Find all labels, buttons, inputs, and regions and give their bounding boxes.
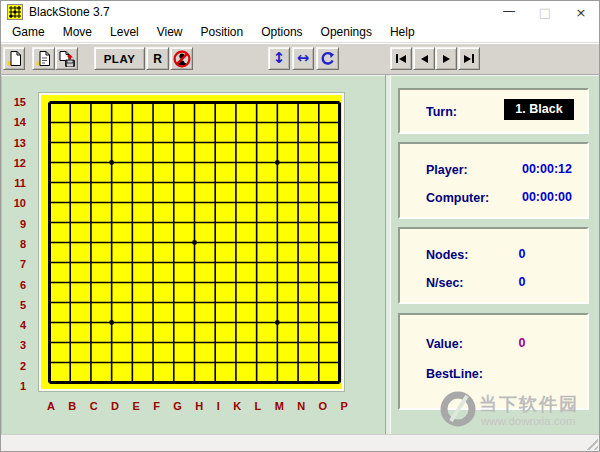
row-label: 5: [1, 299, 26, 312]
menu-item[interactable]: Game: [3, 23, 54, 42]
row-label: 14: [1, 116, 26, 129]
row-label: 3: [1, 339, 26, 352]
player-time-label: Player:: [426, 163, 468, 177]
minimize-button[interactable]: —: [491, 1, 527, 23]
last-move-icon: [464, 54, 474, 63]
status-bar: [1, 434, 599, 451]
value-label: Value:: [426, 337, 463, 351]
bestline-label: BestLine:: [426, 367, 483, 381]
new-game-icon: [6, 50, 23, 67]
row-label: 15: [1, 96, 26, 109]
col-label: L: [254, 400, 261, 412]
col-label: I: [217, 400, 220, 412]
menu-bar: GameMoveLevelViewPositionOptionsOpenings…: [1, 23, 599, 43]
r-button[interactable]: R: [146, 47, 169, 70]
play-button[interactable]: PLAY: [94, 47, 145, 70]
col-label: B: [68, 400, 76, 412]
menu-item[interactable]: Help: [381, 23, 424, 42]
menu-item[interactable]: Move: [54, 23, 101, 42]
edit-position-button[interactable]: [32, 47, 55, 70]
flip-horizontal-icon: ↔: [297, 51, 310, 66]
row-label: 13: [1, 137, 26, 150]
window-title: BlackStone 3.7: [29, 1, 110, 23]
row-label: 9: [1, 218, 26, 231]
turn-value: 1. Black: [504, 99, 574, 120]
watermark-logo: [439, 390, 477, 428]
window-controls: — □ ×: [491, 1, 599, 23]
flip-vertical-icon: ↕: [273, 51, 286, 66]
no-move-button[interactable]: [170, 47, 193, 70]
first-move-icon: [396, 54, 406, 63]
col-label: N: [297, 400, 305, 412]
col-label: A: [47, 400, 55, 412]
titlebar[interactable]: BlackStone 3.7 — □ ×: [1, 1, 599, 23]
first-move-button[interactable]: [390, 47, 412, 70]
board-frame: [39, 93, 344, 391]
nodes-label: Nodes:: [426, 248, 468, 262]
panel-divider: [385, 75, 391, 434]
nodes-value: 0: [506, 246, 538, 262]
board-col-labels: ABCDEFGHIKLMNOP: [47, 400, 348, 412]
col-label: K: [233, 400, 241, 412]
rotate-board-icon: [320, 51, 335, 66]
col-label: F: [153, 400, 160, 412]
next-move-icon: [443, 55, 450, 63]
flip-horizontal-button[interactable]: ↔: [292, 47, 314, 70]
save-position-button[interactable]: [55, 47, 78, 70]
game-board[interactable]: [48, 101, 341, 384]
row-label: 2: [1, 360, 26, 373]
turn-label: Turn:: [426, 105, 457, 119]
row-label: 4: [1, 319, 26, 332]
menu-item[interactable]: Openings: [312, 23, 381, 42]
last-move-button[interactable]: [458, 47, 480, 70]
turn-box: Turn: 1. Black: [398, 88, 589, 134]
r-button-label: R: [153, 52, 162, 66]
row-label: 7: [1, 258, 26, 271]
edit-position-icon: [35, 50, 52, 67]
menu-item[interactable]: Position: [192, 23, 253, 42]
client-area: 151413121110987654321 ABCDEFGHIKLMNOP Tu…: [1, 75, 599, 434]
col-label: O: [319, 400, 328, 412]
prev-move-icon: [421, 55, 428, 63]
computer-time-label: Computer:: [426, 191, 489, 205]
menu-item[interactable]: Level: [101, 23, 148, 42]
watermark-site-url: www.downxia.com: [481, 415, 576, 427]
resize-grip[interactable]: [584, 436, 598, 450]
toolbar: PLAY R ↕ ↔: [1, 44, 599, 75]
col-label: C: [90, 400, 98, 412]
value-value: 0: [506, 335, 538, 351]
new-game-button[interactable]: [3, 47, 25, 70]
menu-item[interactable]: Options: [252, 23, 311, 42]
rotate-board-button[interactable]: [316, 47, 339, 70]
prev-move-button[interactable]: [413, 47, 435, 70]
row-label: 10: [1, 197, 26, 210]
maximize-button[interactable]: □: [527, 1, 563, 23]
computer-time-value: 00:00:00: [500, 189, 572, 205]
col-label: H: [195, 400, 203, 412]
row-label: 1: [1, 380, 26, 393]
nsec-value: 0: [506, 274, 538, 290]
menu-item[interactable]: View: [148, 23, 192, 42]
col-label: D: [111, 400, 119, 412]
col-label: P: [341, 400, 348, 412]
col-label: G: [173, 400, 182, 412]
watermark-site-name: 当下软件园: [479, 392, 579, 416]
row-label: 12: [1, 157, 26, 170]
nsec-label: N/sec:: [426, 276, 464, 290]
row-label: 11: [1, 177, 26, 190]
next-move-button[interactable]: [435, 47, 457, 70]
play-button-label: PLAY: [104, 53, 136, 65]
time-box: Player: 00:00:12 Computer: 00:00:00: [398, 142, 589, 219]
row-label: 8: [1, 238, 26, 251]
board-row-labels: 151413121110987654321: [1, 96, 26, 393]
col-label: M: [275, 400, 284, 412]
app-window: BlackStone 3.7 — □ × GameMoveLevelViewPo…: [0, 0, 600, 452]
search-box: Nodes: 0 N/sec: 0: [398, 227, 589, 304]
flip-vertical-button[interactable]: ↕: [268, 47, 290, 70]
row-label: 6: [1, 279, 26, 292]
no-move-icon: [173, 50, 191, 68]
save-position-icon: [58, 50, 76, 67]
close-button[interactable]: ×: [563, 1, 599, 23]
col-label: E: [132, 400, 139, 412]
app-icon: [7, 4, 23, 20]
